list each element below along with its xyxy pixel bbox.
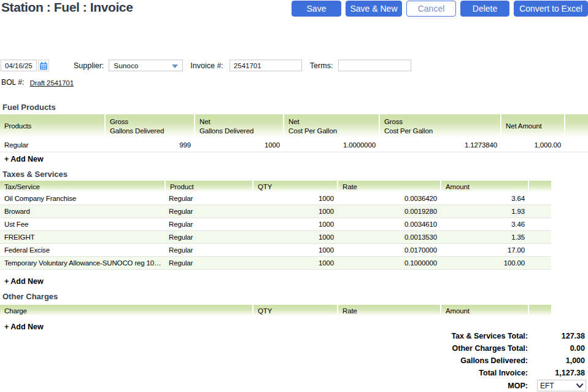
cell-actions — [528, 218, 551, 230]
cell-amount: 1.35 — [440, 231, 528, 243]
other-charges-header-row: Charge QTY Rate Amount — [0, 305, 551, 316]
col-header-net-cost-per-gallon: NetCost Per Gallon — [283, 114, 379, 138]
cell-amount: 3.64 — [440, 192, 528, 205]
fuel-products-header-row: Products GrossGallons Delivered NetGallo… — [0, 114, 588, 138]
convert-to-excel-button[interactable]: Convert to Excel — [514, 1, 588, 17]
cell-amount: 100.00 — [440, 257, 528, 269]
total-value: 127.38 — [528, 332, 585, 340]
cell-gross-gallons: 999 — [104, 138, 194, 152]
terms-input[interactable] — [338, 60, 411, 71]
col-header-amount: Amount — [440, 305, 528, 316]
tax-row[interactable]: Oil Company Franchise Regular 1000 0.003… — [0, 192, 551, 205]
bol-row: BOL #: Draft 2541701 — [1, 78, 74, 87]
total-value: 1,127.38 — [528, 369, 585, 377]
save-and-new-button[interactable]: Save & New — [346, 1, 402, 17]
col-header-actions — [528, 305, 551, 316]
invoice-number-label: Invoice #: — [190, 61, 223, 70]
cell-net-cost-per-gallon: 1.0000000 — [283, 138, 379, 152]
cell-qty: 1000 — [252, 257, 337, 269]
col-header-actions — [564, 114, 588, 138]
tax-row[interactable]: FREIGHT Regular 1000 0.0013530 1.35 — [0, 231, 551, 244]
col-header-rate: Rate — [337, 305, 440, 316]
col-header-tax-service: Tax/Service — [0, 181, 164, 192]
total-value: 0.00 — [528, 344, 585, 353]
invoice-number-input[interactable] — [230, 60, 302, 71]
total-value: 1,000 — [528, 356, 585, 365]
tax-row[interactable]: Temporary Voluntary Allowance-SUNOCO reg… — [0, 257, 551, 270]
save-button[interactable]: Save — [292, 1, 341, 17]
col-header-product: Product — [164, 181, 252, 192]
cell-amount: 17.00 — [440, 244, 528, 256]
cell-amount: 3.46 — [440, 218, 528, 230]
total-row-gallons-delivered: Gallons Delivered: 1,000 — [327, 355, 585, 367]
cell-qty: 1000 — [252, 192, 337, 205]
cell-actions — [528, 192, 551, 205]
cell-rate: 0.0013530 — [337, 231, 440, 243]
cell-rate: 0.0036420 — [337, 192, 440, 205]
cell-product: Regular — [164, 205, 252, 218]
calendar-icon — [39, 61, 48, 70]
supplier-label: Supplier: — [74, 61, 104, 70]
supplier-dropdown[interactable]: Sunoco — [109, 60, 183, 71]
chevron-down-icon — [172, 65, 178, 68]
cell-net-gallons: 1000 — [194, 138, 283, 152]
bol-label: BOL #: — [1, 78, 25, 87]
date-input[interactable] — [1, 60, 37, 71]
total-label: Tax & Services Total: — [451, 332, 528, 340]
tax-row[interactable]: Ust Fee Regular 1000 0.0034610 3.46 — [0, 218, 551, 231]
other-charges-heading: Other Charges — [2, 292, 58, 301]
bol-link[interactable]: Draft 2541701 — [30, 79, 74, 87]
taxes-services-header-row: Tax/Service Product QTY Rate Amount — [0, 181, 551, 192]
cell-qty: 1000 — [252, 205, 337, 218]
cell-tax-service: Ust Fee — [0, 218, 164, 230]
cell-product: Regular — [164, 192, 252, 205]
tax-row[interactable]: Broward Regular 1000 0.0019280 1.93 — [0, 205, 551, 218]
cell-rate: 0.0019280 — [337, 205, 440, 218]
cell-gross-cost-per-gallon: 1.1273840 — [379, 138, 500, 152]
cell-actions — [528, 257, 551, 269]
col-header-gross-gallons: GrossGallons Delivered — [104, 114, 194, 138]
cancel-button[interactable]: Cancel — [406, 1, 456, 17]
col-header-gross-cost-per-gallon: GrossCost Per Gallon — [379, 114, 500, 138]
fuel-products-table: Products GrossGallons Delivered NetGallo… — [0, 114, 588, 152]
cell-product: Regular — [164, 257, 252, 269]
mop-label: MOP: — [508, 382, 528, 390]
cell-actions — [528, 205, 551, 218]
taxes-services-heading: Taxes & Services — [2, 170, 68, 179]
mop-select[interactable]: EFT — [537, 380, 586, 391]
cell-actions — [564, 138, 588, 152]
fuel-products-add-new-link[interactable]: + Add New — [4, 155, 44, 163]
col-header-products: Products — [0, 114, 104, 138]
tax-row[interactable]: Federal Excise Regular 1000 0.0170000 17… — [0, 244, 551, 257]
fuel-products-heading: Fuel Products — [2, 103, 56, 112]
col-header-actions — [528, 181, 551, 192]
cell-product: Regular — [164, 231, 252, 243]
other-charges-add-new-link[interactable]: + Add New — [4, 323, 44, 331]
col-header-rate: Rate — [337, 181, 440, 192]
cell-product: Regular — [164, 218, 252, 230]
total-row-total-invoice: Total Invoice: 1,127.38 — [327, 367, 585, 379]
col-header-charge: Charge — [0, 305, 252, 316]
cell-actions — [528, 244, 551, 256]
page-title: Station : Fuel : Invoice — [1, 0, 133, 15]
cell-tax-service: Oil Company Franchise — [0, 192, 164, 205]
taxes-services-add-new-link[interactable]: + Add New — [4, 277, 44, 286]
cell-tax-service: Temporary Voluntary Allowance-SUNOCO reg… — [0, 257, 164, 269]
totals-panel: Tax & Services Total: 127.38 Other Charg… — [327, 330, 585, 391]
delete-button[interactable]: Delete — [460, 1, 509, 17]
cell-rate: 0.1000000 — [337, 257, 440, 269]
total-label: Total Invoice: — [479, 369, 528, 377]
total-label: Gallons Delivered: — [460, 356, 528, 365]
fuel-product-row[interactable]: Regular 999 1000 1.0000000 1.1273840 1,0… — [0, 138, 588, 152]
cell-qty: 1000 — [252, 244, 337, 256]
other-charges-table: Charge QTY Rate Amount — [0, 305, 551, 316]
cell-rate: 0.0034610 — [337, 218, 440, 230]
calendar-button[interactable] — [38, 60, 49, 71]
cell-tax-service: Broward — [0, 205, 164, 218]
cell-amount: 1.93 — [440, 205, 528, 218]
terms-label: Terms: — [310, 61, 333, 70]
toolbar: Save Save & New Cancel Delete Convert to… — [292, 1, 588, 17]
supplier-value: Sunoco — [114, 61, 138, 70]
col-header-qty: QTY — [252, 181, 337, 192]
col-header-qty: QTY — [252, 305, 337, 316]
